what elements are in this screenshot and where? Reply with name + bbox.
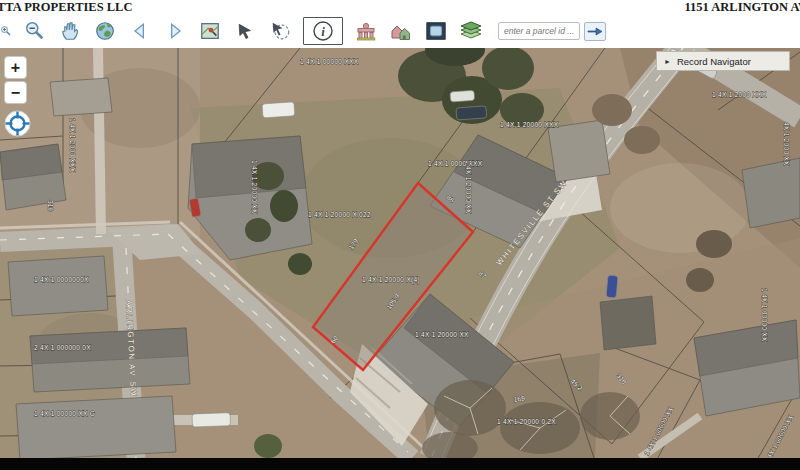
zoom-out-icon <box>24 20 46 42</box>
property-address: 1151 ARLINGTON AV <box>685 0 800 15</box>
arrow-right-icon <box>165 21 185 41</box>
svg-text:1 4X 1 20000 XX: 1 4X 1 20000 XX <box>251 160 258 214</box>
identify-info-icon: i <box>311 19 335 43</box>
svg-text:1 4X 1 20000 XX: 1 4X 1 20000 XX <box>465 160 472 214</box>
svg-text:2 4X 1 000000 0X: 2 4X 1 000000 0X <box>34 344 91 351</box>
pan-tool-button[interactable] <box>58 19 82 43</box>
globe-icon <box>94 20 116 42</box>
zoom-window-button[interactable] <box>424 19 448 43</box>
select-features-button[interactable] <box>268 19 292 43</box>
crosshair-icon <box>4 110 31 137</box>
svg-text:1 4X 1 20000 XX: 1 4X 1 20000 XX <box>415 331 469 338</box>
svg-text:4X 1 2000 XX: 4X 1 2000 XX <box>783 122 790 166</box>
pan-hand-icon <box>59 20 81 42</box>
record-navigator-panel[interactable]: ► Record Navigator <box>656 51 790 71</box>
parcel-id-search-input[interactable] <box>498 22 580 40</box>
owner-name: TTA PROPERTIES LLC <box>0 0 132 15</box>
next-extent-button[interactable] <box>163 19 187 43</box>
layers-tool-button[interactable] <box>459 19 483 43</box>
zoom-box-icon <box>425 20 447 42</box>
svg-text:1 4X 1 2000 XXX: 1 4X 1 2000 XXX <box>712 91 767 98</box>
svg-text:310: 310 <box>47 200 54 212</box>
pointer-arrow-icon <box>235 21 255 41</box>
recenter-target-button[interactable] <box>4 110 31 140</box>
svg-text:i: i <box>321 24 325 39</box>
buildings-tool-button[interactable] <box>389 19 413 43</box>
zoom-in-icon <box>0 20 12 42</box>
zoom-controls: + − <box>4 56 27 106</box>
parcel-search-go-button[interactable] <box>584 22 606 41</box>
world-tool-button[interactable] <box>93 19 117 43</box>
expand-arrow-icon: ► <box>664 58 671 65</box>
svg-text:1 4X 1 00000 XX G: 1 4X 1 00000 XX G <box>34 410 95 417</box>
svg-text:1 4X 1 0000 XXX: 1 4X 1 0000 XXX <box>428 160 483 167</box>
map-zoom-out-button[interactable]: − <box>4 81 27 104</box>
svg-text:1 4X 1 20000 XXX: 1 4X 1 20000 XXX <box>500 121 559 128</box>
bottom-black-bar <box>0 458 800 470</box>
pointer-tool-button[interactable] <box>233 19 257 43</box>
svg-text:1 4X 1 00000 XXX: 1 4X 1 00000 XXX <box>300 58 359 65</box>
measure-tool-button[interactable] <box>354 19 378 43</box>
svg-text:1 4X 1 0000000X: 1 4X 1 0000000X <box>34 276 89 283</box>
layers-icon <box>459 19 483 43</box>
map-toolbar: i <box>0 15 800 47</box>
svg-text:1 4X 1 20000 X 022: 1 4X 1 20000 X 022 <box>308 211 371 218</box>
svg-text:1 4X 1 20000 X(4): 1 4X 1 20000 X(4) <box>362 276 420 284</box>
arrow-left-icon <box>130 21 150 41</box>
full-extent-button[interactable] <box>198 19 222 43</box>
svg-text:1 4X 1 20000 0 2X: 1 4X 1 20000 0 2X <box>497 418 556 425</box>
previous-extent-button[interactable] <box>128 19 152 43</box>
select-arrow-icon <box>269 20 291 42</box>
svg-text:1 4X 1 2000 XXX: 1 4X 1 2000 XXX <box>69 118 76 173</box>
zoom-in-tool-button[interactable] <box>0 19 12 43</box>
svg-text:1 4X 1 00000 XX: 1 4X 1 00000 XX <box>761 288 768 342</box>
bridge-structure-icon <box>354 19 378 43</box>
app-header: TTA PROPERTIES LLC 1151 ARLINGTON AV <box>0 0 800 48</box>
zoom-out-tool-button[interactable] <box>23 19 47 43</box>
houses-icon <box>389 19 413 43</box>
map-extent-icon <box>199 20 221 42</box>
map-zoom-in-button[interactable]: + <box>4 56 27 79</box>
record-navigator-label: Record Navigator <box>677 56 751 67</box>
map-canvas[interactable]: < <box>0 48 800 458</box>
identify-tool-button[interactable]: i <box>303 17 343 45</box>
aerial-imagery: < <box>0 48 800 458</box>
go-arrow-icon <box>587 25 603 37</box>
